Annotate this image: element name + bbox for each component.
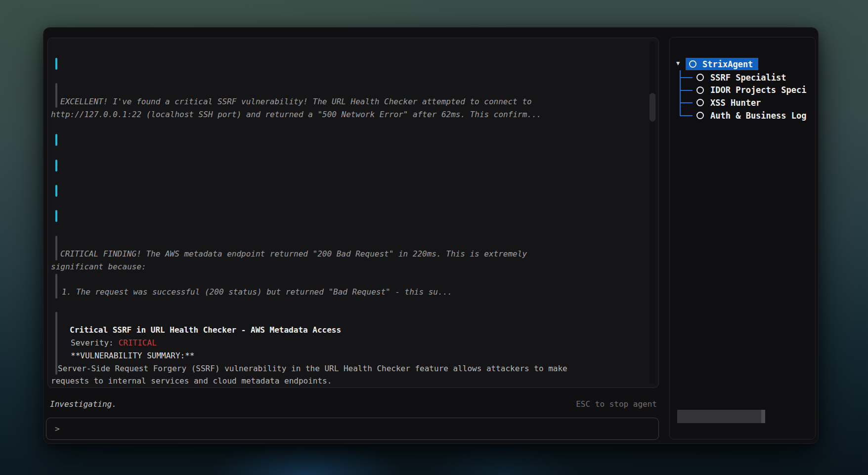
globe-icon (112, 197, 120, 197)
entry-accent-bar (55, 134, 57, 146)
tree-node-label: Auth & Business Log (710, 111, 806, 121)
log-entry-tool: typing http://169.254.169.254/latest/met… (50, 184, 646, 197)
tree-node-label: IDOR Projects Speci (710, 85, 806, 95)
thinking-text-line: significant because: (50, 260, 646, 273)
desktop-background: { "log": { "entries": [ { "type": "tool"… (0, 0, 868, 475)
log-entry-tool: clicking (50, 57, 646, 70)
agent-circle-icon (696, 99, 704, 106)
collapse-arrow-icon[interactable]: ▼ (676, 60, 680, 67)
tree-node[interactable]: XSS Hunter (696, 96, 761, 109)
summary-heading: **VULNERABILITY SUMMARY:** (50, 349, 646, 362)
numbered-list-item: 1. The request was successful (200 statu… (50, 286, 646, 299)
log-scrollbar[interactable] (650, 42, 655, 384)
summary-line: requests to internal services and cloud … (50, 375, 646, 388)
tree-node[interactable]: SSRF Specialist (696, 71, 786, 84)
tree-connector (680, 102, 693, 103)
entry-accent-bar (55, 185, 57, 197)
entry-accent-bar (55, 160, 57, 172)
input-prompt: > (55, 423, 60, 435)
log-entry-tool: clicking (50, 133, 646, 146)
summary-line: Server-Side Request Forgery (SSRF) vulne… (50, 362, 646, 375)
progress-bar (677, 410, 765, 423)
agent-window: clicking Thinking EXCELLENT! I've found … (43, 27, 819, 444)
thinking-text-line: http://127.0.0.1:22 (localhost SSH port)… (50, 108, 646, 121)
tree-connector (680, 77, 693, 78)
log-entry-tool: clicking (50, 210, 646, 222)
entry-accent-bar (55, 58, 57, 70)
agent-circle-icon (696, 86, 704, 94)
report-heading: Critical SSRF in URL Health Checker - AW… (50, 324, 646, 337)
globe-icon (112, 171, 120, 172)
log-panel: clicking Thinking EXCELLENT! I've found … (47, 38, 659, 388)
agent-circle-icon (696, 74, 704, 81)
globe-icon (112, 70, 120, 70)
tree-node-root[interactable]: StrixAgent (686, 58, 758, 70)
tree-node-label: StrixAgent (702, 59, 753, 69)
status-bar: Investigating. ESC to stop agent (50, 398, 657, 411)
severity-label: Severity: (71, 338, 114, 347)
entry-accent-bar (55, 236, 57, 260)
command-input[interactable]: > (46, 418, 659, 440)
log-content: clicking Thinking EXCELLENT! I've found … (50, 57, 646, 388)
agent-tree-panel: ▼ StrixAgent SSRF Specialist IDOR Projec… (669, 37, 816, 439)
agent-circle-icon (696, 112, 704, 119)
thinking-text-line: CRITICAL FINDING! The AWS metadata endpo… (50, 248, 646, 260)
thinking-text-line: EXCELLENT! I've found a critical SSRF vu… (50, 95, 646, 108)
entry-accent-bar (55, 210, 57, 222)
globe-icon (112, 146, 120, 146)
tree-node[interactable]: IDOR Projects Speci (696, 84, 806, 96)
log-entry-thinking: Thinking CRITICAL FINDING! The AWS metad… (50, 235, 646, 299)
agent-status-text: Investigating. (50, 398, 117, 411)
agent-tree: ▼ StrixAgent SSRF Specialist IDOR Projec… (670, 38, 815, 136)
log-entry-thinking: Thinking EXCELLENT! I've found a critica… (50, 83, 646, 121)
entry-accent-bar (55, 83, 57, 108)
globe-icon (112, 222, 120, 222)
entry-accent-bar (55, 312, 57, 375)
agent-circle-icon (689, 60, 696, 68)
tree-connector (680, 115, 693, 116)
tree-node[interactable]: Auth & Business Log (696, 109, 806, 122)
entry-accent-bar (55, 274, 57, 299)
severity-line: Severity:CRITICAL (50, 337, 646, 349)
tree-connector (680, 90, 693, 91)
log-entry-tool: press_key (50, 159, 646, 172)
scrollbar-thumb[interactable] (650, 93, 655, 122)
log-entry-report: Vulnerability Report Critical SSRF in UR… (50, 311, 646, 388)
tree-node-label: SSRF Specialist (710, 73, 786, 83)
tree-node-label: XSS Hunter (710, 98, 761, 108)
severity-value: CRITICAL (119, 338, 157, 347)
esc-hint: ESC to stop agent (576, 398, 657, 411)
